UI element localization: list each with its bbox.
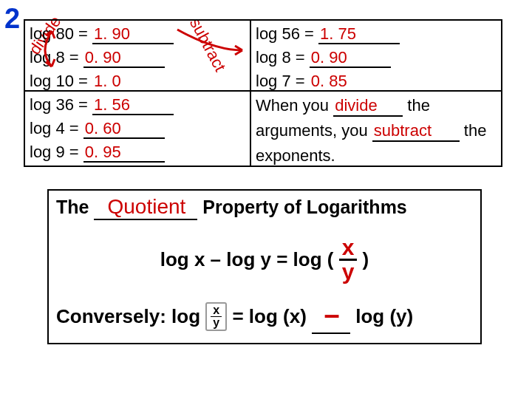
log-expr: log 9 = (30, 143, 79, 161)
log-value: 1. 90 (92, 24, 130, 43)
title-post: Property of Logarithms (197, 197, 406, 217)
log-value: 1. 0 (92, 72, 121, 90)
converse-pre: Conversely: log (56, 305, 205, 327)
log-expr: log 80 = (30, 24, 88, 43)
xy-fraction-icon: xy (205, 302, 227, 331)
rule-text: When you (256, 96, 333, 115)
log-expr: log 10 = (30, 72, 88, 90)
log-value: 0. 60 (83, 119, 121, 137)
slide-number: 2 (4, 3, 20, 35)
log-value: 0. 85 (310, 72, 347, 90)
cell-bottom-left: log 36 = 1. 56 log 4 = 0. 60 log 9 = 0. … (25, 92, 250, 166)
converse-mid: = log (x) (227, 305, 312, 327)
xy-den: y (211, 317, 222, 329)
log-expr: log 4 = (30, 119, 79, 137)
log-expr: log 8 = (256, 48, 305, 66)
converse-post: log (y) (350, 305, 413, 327)
formula-post: ) (357, 248, 369, 270)
fraction-x-over-y: xy (339, 236, 358, 283)
cell-bottom-right: When you divide the arguments, you subtr… (251, 92, 504, 170)
operator-fill-minus: – (322, 299, 339, 330)
cell-top-left: log 80 = 1. 90 log 8 = 0. 90 log 10 = 1.… (25, 21, 250, 95)
log-value: 1. 75 (318, 24, 356, 43)
rule-fill-divide: divide (333, 96, 377, 115)
formula-pre: log x – log y = log ( (160, 248, 339, 270)
property-title: The Quotient Property of Logarithms (56, 195, 473, 219)
cell-top-right: log 56 = 1. 75 log 8 = 0. 90 log 7 = 0. … (251, 21, 504, 95)
fraction-denominator: y (339, 261, 358, 283)
xy-num: x (211, 304, 222, 317)
property-box: The Quotient Property of Logarithms log … (47, 189, 482, 344)
converse-line: Conversely: log xy = log (x) – log (y) (56, 304, 473, 332)
log-value: 0. 90 (83, 48, 121, 66)
property-formula: log x – log y = log ( xy ) (56, 238, 473, 284)
log-expr: log 56 = (256, 24, 314, 43)
log-value: 0. 90 (310, 48, 347, 66)
title-fill-quotient: Quotient (106, 195, 185, 218)
rule-fill-subtract: subtract (372, 121, 432, 140)
title-pre: The (56, 197, 94, 217)
log-expr: log 7 = (256, 72, 305, 90)
log-value: 0. 95 (83, 143, 121, 161)
log-value: 1. 56 (92, 95, 130, 114)
log-expr: log 36 = (30, 95, 88, 114)
log-expr: log 8 = (30, 48, 79, 66)
fraction-numerator: x (339, 236, 358, 261)
examples-table: log 80 = 1. 90 log 8 = 0. 90 log 10 = 1.… (24, 19, 502, 167)
